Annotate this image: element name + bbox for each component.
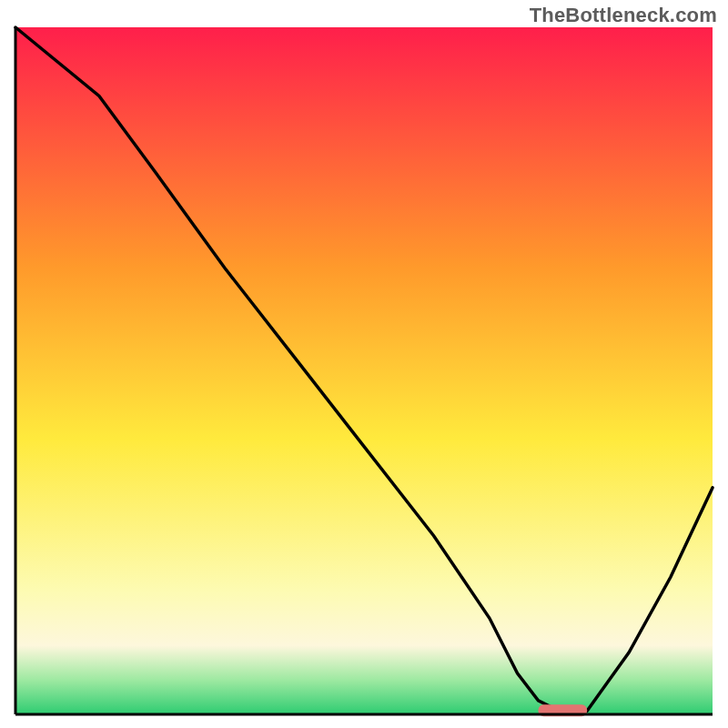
plot-background <box>15 27 713 714</box>
watermark-text: TheBottleneck.com <box>530 4 717 27</box>
bottleneck-chart: TheBottleneck.com <box>0 0 728 728</box>
chart-svg <box>0 0 728 728</box>
